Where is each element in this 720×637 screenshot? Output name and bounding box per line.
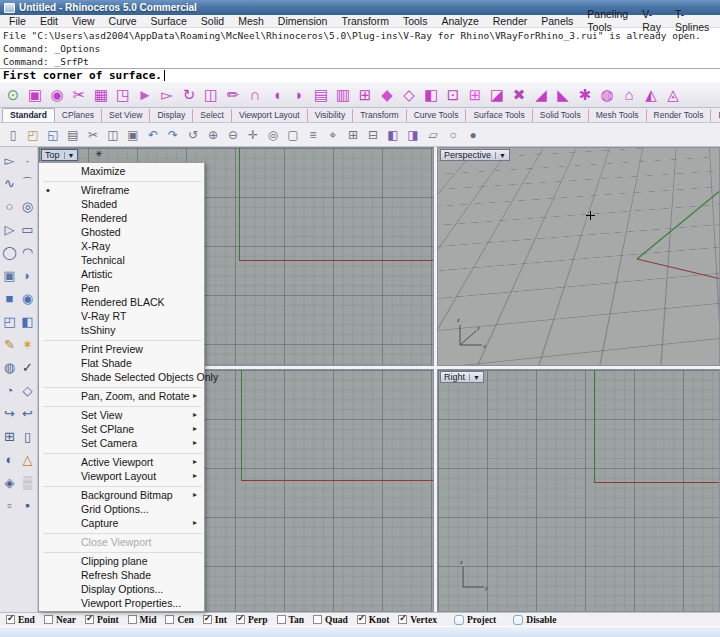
checkbox-icon[interactable] — [513, 615, 523, 625]
menu-bar-item[interactable]: Render — [486, 15, 534, 28]
menu-bar-item[interactable]: Tools — [396, 15, 435, 28]
context-menu-item[interactable]: Pan, Zoom, and Rotate — [39, 389, 204, 403]
checkbox-icon[interactable] — [44, 615, 53, 624]
toolbar-tab[interactable]: CPlanes — [55, 109, 102, 122]
toolbar-tab[interactable]: Display — [150, 109, 193, 122]
checkbox-icon[interactable] — [6, 615, 15, 624]
grid-panel-tool-icon[interactable]: ⊞ — [464, 84, 486, 106]
context-menu-item[interactable]: Set CPlane — [39, 422, 204, 436]
corner-box-tool-icon[interactable]: ◳ — [112, 84, 134, 106]
half-shade-right-icon[interactable]: ◨ — [403, 126, 423, 144]
patch-tool-icon[interactable]: ◗ — [19, 264, 37, 287]
viewport-perspective[interactable]: Perspective ▼ z y x — [437, 147, 720, 366]
list-icon[interactable]: ≡ — [303, 126, 323, 144]
power-tool-icon[interactable]: ⊙ — [2, 84, 24, 106]
toolbar-tab[interactable]: Standard — [2, 108, 55, 122]
checkbox-icon[interactable] — [203, 615, 212, 624]
circle-outline-icon[interactable]: ○ — [443, 126, 463, 144]
box-tool-icon[interactable]: ▣ — [24, 84, 46, 106]
context-menu-item[interactable]: Shade Selected Objects Only — [39, 370, 204, 384]
menu-bar-item[interactable]: Help — [716, 15, 720, 28]
context-menu-item[interactable]: Shaded — [39, 197, 204, 211]
toolbar-tab[interactable]: Set View — [102, 109, 150, 122]
context-menu-item[interactable]: Clipping plane — [39, 554, 204, 568]
zoom-in-icon[interactable]: ⊕ — [203, 126, 223, 144]
diamond-tool-icon[interactable]: ◇ — [19, 379, 37, 402]
osnap-toggle[interactable]: Point — [85, 615, 119, 625]
checkbox-icon[interactable] — [357, 615, 366, 624]
ramp-up-tool-icon[interactable]: ◢ — [530, 84, 552, 106]
polyline-tool-icon[interactable]: ∿ — [1, 172, 19, 195]
osnap-toggle[interactable]: Mid — [128, 615, 157, 625]
viewport-top-title-menu[interactable]: Top ▼ — [41, 149, 78, 161]
small-filled-tool-icon[interactable]: ▪ — [19, 494, 37, 517]
osnap-toggle[interactable]: Tan — [277, 615, 305, 625]
trim-tool-icon[interactable]: ✂ — [68, 84, 90, 106]
loft-tool-icon[interactable]: ▤ — [310, 84, 332, 106]
paste-icon[interactable]: ▣ — [123, 126, 143, 144]
toolbar-tab[interactable]: Visibility — [308, 109, 354, 122]
curve-tool-icon[interactable]: ⌒ — [19, 172, 37, 195]
cap-tool-icon[interactable]: ◧ — [19, 310, 37, 333]
checkbox-icon[interactable] — [85, 615, 94, 624]
context-menu-item[interactable]: Flat Shade — [39, 356, 204, 370]
cone-tool-icon[interactable]: ◬ — [662, 84, 684, 106]
polygon-tool-icon[interactable]: ▷ — [1, 218, 19, 241]
surface-grid-tool-icon[interactable]: ▦ — [90, 84, 112, 106]
toolbar-tab[interactable]: Select — [193, 109, 232, 122]
target-icon[interactable]: ◎ — [263, 126, 283, 144]
menu-bar-item[interactable]: Solid — [194, 15, 231, 28]
pointer-tool-icon[interactable]: ▻ — [1, 149, 19, 172]
extrude-tool-icon[interactable]: ◰ — [1, 310, 19, 333]
context-menu-item[interactable]: Rendered — [39, 211, 204, 225]
point-tool-icon[interactable]: · — [19, 149, 37, 172]
toolbar-tab[interactable]: Viewport Layout — [232, 109, 308, 122]
context-menu-item[interactable]: tsShiny — [39, 323, 204, 337]
save-file-icon[interactable]: ◱ — [43, 126, 63, 144]
triangle-tool-icon[interactable]: △ — [19, 448, 37, 471]
checkbox-icon[interactable] — [454, 615, 464, 625]
context-menu-item[interactable]: V-Ray RT — [39, 309, 204, 323]
context-menu-item[interactable]: Capture — [39, 516, 204, 530]
open-file-icon[interactable]: ◰ — [23, 126, 43, 144]
osnap-toggle[interactable]: Vertex — [398, 615, 437, 625]
shear-tool-icon[interactable]: ◪ — [486, 84, 508, 106]
select-tool-icon[interactable]: ▻ — [156, 84, 178, 106]
explode-tool-icon[interactable]: ✶ — [19, 333, 37, 356]
pan-icon[interactable]: ✛ — [243, 126, 263, 144]
context-menu-item[interactable]: Rendered BLACK — [39, 295, 204, 309]
command-prompt[interactable]: First corner of surface. — [0, 68, 720, 82]
context-menu-item[interactable]: Maximize — [39, 164, 204, 178]
menu-bar-item[interactable]: Dimension — [271, 15, 335, 28]
rectangle-tool-icon[interactable]: ▭ — [19, 218, 37, 241]
context-menu-item[interactable]: Technical — [39, 253, 204, 267]
fillet-right-tool-icon[interactable]: ◗ — [288, 84, 310, 106]
boolean-tool-icon[interactable]: ⊡ — [442, 84, 464, 106]
split-tool-icon[interactable]: ◫ — [200, 84, 222, 106]
sphere-solid-tool-icon[interactable]: ◉ — [19, 287, 37, 310]
menu-bar-item[interactable]: Panels — [534, 15, 580, 28]
redo-icon[interactable]: ↷ — [163, 126, 183, 144]
pen-tool-icon[interactable]: ✏ — [222, 84, 244, 106]
pyramid-tool-icon[interactable]: ◭ — [640, 84, 662, 106]
context-menu-item[interactable]: Print Preview — [39, 342, 204, 356]
cut-icon[interactable]: ✂ — [83, 126, 103, 144]
gem-tool-icon[interactable]: ◈ — [1, 471, 19, 494]
toolbar-tab[interactable]: Curve Tools — [407, 109, 467, 122]
circle-tool-icon[interactable]: ○ — [1, 195, 19, 218]
osnap-toggle[interactable]: End — [6, 615, 35, 625]
grid-on-icon[interactable]: ⊞ — [343, 126, 363, 144]
array-tool-icon[interactable]: ⊞ — [354, 84, 376, 106]
fillet-left-tool-icon[interactable]: ◖ — [266, 84, 288, 106]
parallelogram-icon[interactable]: ▱ — [423, 126, 443, 144]
freeform-tool-icon[interactable]: ◯ — [1, 241, 19, 264]
context-menu-item[interactable]: Active Viewport — [39, 455, 204, 469]
small-square-tool-icon[interactable]: ▫ — [1, 494, 19, 517]
move-tool-icon[interactable]: ► — [134, 84, 156, 106]
menu-bar-item[interactable]: View — [65, 15, 102, 28]
star-burst-tool-icon[interactable]: ✱ — [574, 84, 596, 106]
osnap-toggle[interactable]: Knot — [357, 615, 390, 625]
shade-half-tool-icon[interactable]: ◧ — [420, 84, 442, 106]
undo-icon[interactable]: ↶ — [143, 126, 163, 144]
context-menu-item[interactable]: Viewport Layout — [39, 469, 204, 483]
